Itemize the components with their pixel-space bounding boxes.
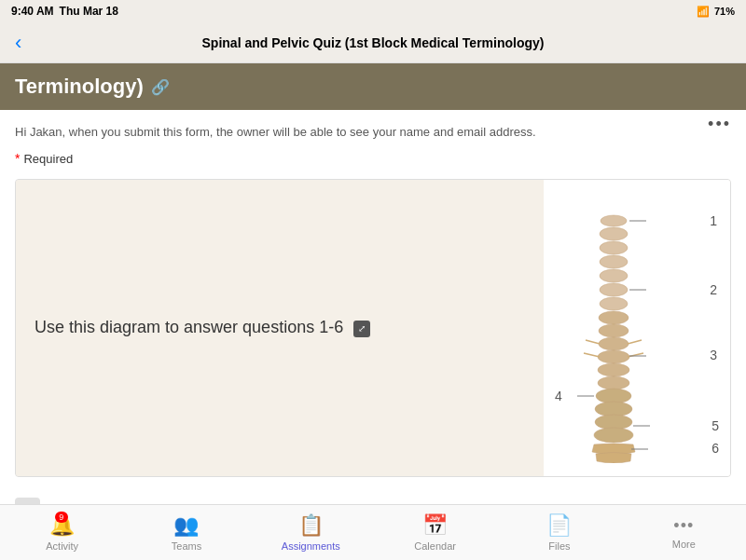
header-strip: Terminology) 🔗 ••• <box>0 63 746 110</box>
header-copy-icon: 🔗 <box>151 78 170 96</box>
tab-calendar[interactable]: 📅 Calendar <box>398 513 473 552</box>
spine-label-4: 4 <box>555 389 562 403</box>
tab-bar: 9 🔔 Activity 👥 Teams 📋 Assignments 📅 Cal… <box>0 504 746 560</box>
svg-line-17 <box>628 340 642 344</box>
required-label: Required <box>23 152 73 166</box>
required-badge: * Required <box>15 151 73 166</box>
svg-point-6 <box>600 297 628 310</box>
header-title: Terminology) <box>15 75 144 99</box>
teams-icon: 👥 <box>173 513 199 538</box>
assignments-icon: 📋 <box>298 513 324 538</box>
svg-line-20 <box>584 353 600 357</box>
diagram-card: Use this diagram to answer questions 1-6… <box>15 179 731 477</box>
date-label: Thu Mar 18 <box>60 5 118 18</box>
svg-point-13 <box>596 389 631 403</box>
spine-label-2: 2 <box>710 282 717 297</box>
svg-line-19 <box>586 340 600 344</box>
calendar-label: Calendar <box>414 540 456 552</box>
activity-badge: 9 <box>55 512 68 523</box>
status-time: 9:40 AM Thu Mar 18 <box>11 5 118 18</box>
status-bar: 9:40 AM Thu Mar 18 📶 71% <box>0 0 746 22</box>
more-dots-icon: ••• <box>673 516 694 536</box>
svg-point-16 <box>594 428 633 443</box>
files-icon: 📄 <box>546 513 572 538</box>
more-label: More <box>672 539 696 550</box>
form-area: Hi Jakan, when you submit this form, the… <box>0 110 746 504</box>
spine-svg <box>553 193 684 463</box>
back-button[interactable]: ‹ <box>15 31 21 55</box>
tab-files[interactable]: 📄 Files <box>522 513 597 552</box>
diagram-text: Use this diagram to answer questions 1-6… <box>35 316 525 339</box>
required-star: * <box>15 151 20 166</box>
spine-label-3: 3 <box>710 348 717 362</box>
svg-point-15 <box>595 415 632 430</box>
svg-point-14 <box>595 402 632 417</box>
activity-label: Activity <box>46 540 78 552</box>
diagram-left: Use this diagram to answer questions 1-6… <box>16 180 544 476</box>
calendar-icon: 📅 <box>422 513 448 538</box>
spine-label-1: 1 <box>710 213 717 228</box>
header-more-button[interactable]: ••• <box>708 115 731 134</box>
assignments-label: Assignments <box>282 540 340 552</box>
battery-icon: 71% <box>714 6 735 17</box>
svg-point-5 <box>600 283 628 296</box>
main-content: Terminology) 🔗 ••• Hi Jakan, when you su… <box>0 63 746 504</box>
status-icons: 📶 71% <box>697 6 735 18</box>
info-text: Hi Jakan, when you submit this form, the… <box>15 125 731 139</box>
nav-title: Spinal and Pelvic Quiz (1st Block Medica… <box>15 35 731 50</box>
svg-point-7 <box>599 311 629 324</box>
page-number: 1 <box>15 498 40 504</box>
spine-label-6: 6 <box>711 441 719 456</box>
svg-point-11 <box>598 363 629 376</box>
tab-activity[interactable]: 9 🔔 Activity <box>25 513 100 552</box>
wifi-icon: 📶 <box>697 6 710 18</box>
svg-point-9 <box>599 337 629 350</box>
svg-point-12 <box>598 376 629 389</box>
tab-more[interactable]: ••• More <box>646 516 721 550</box>
svg-point-1 <box>600 227 628 240</box>
svg-point-2 <box>600 241 628 254</box>
svg-point-3 <box>600 255 628 268</box>
diagram-right: 1 2 3 4 5 6 <box>544 180 730 476</box>
expand-icon[interactable]: ⤢ <box>353 321 370 337</box>
time-label: 9:40 AM <box>11 5 54 18</box>
tab-assignments[interactable]: 📋 Assignments <box>273 513 348 552</box>
svg-point-4 <box>600 269 628 282</box>
diagram-instruction: Use this diagram to answer questions 1-6 <box>35 318 343 336</box>
spine-label-5: 5 <box>711 418 719 433</box>
tab-teams[interactable]: 👥 Teams <box>149 513 224 552</box>
svg-point-0 <box>601 215 627 226</box>
svg-point-10 <box>598 350 629 363</box>
nav-bar: ‹ Spinal and Pelvic Quiz (1st Block Medi… <box>0 22 746 63</box>
spine-container: 1 2 3 4 5 6 <box>553 193 721 463</box>
svg-point-8 <box>599 324 629 337</box>
teams-label: Teams <box>172 540 201 552</box>
files-label: Files <box>548 540 570 552</box>
